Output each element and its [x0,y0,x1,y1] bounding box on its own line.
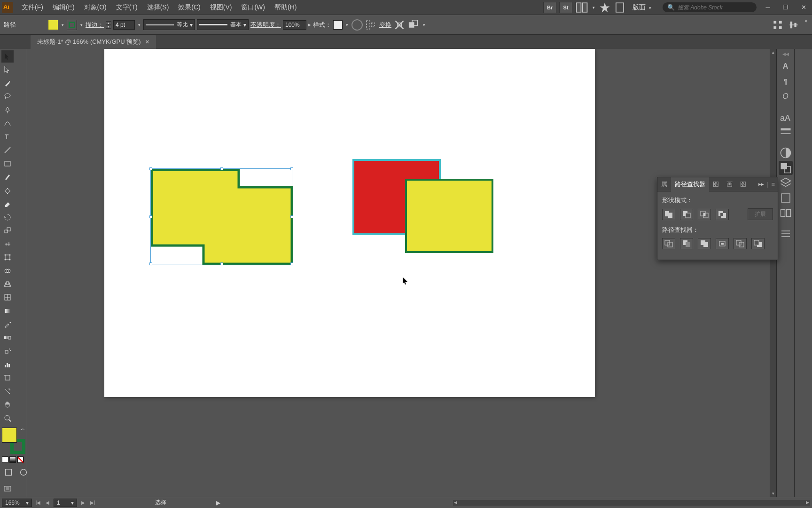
collapse-panel-icon[interactable]: ▸▸ [758,181,764,187]
zoom-tool[interactable] [1,412,14,424]
close-tab-icon[interactable]: × [146,38,149,46]
slice-tool[interactable] [1,385,14,397]
menu-view[interactable]: 视图(V) [205,0,237,15]
menu-type[interactable]: 文字(T) [111,0,142,15]
variable-width-profile[interactable]: 等比▾ [143,19,195,30]
menu-file[interactable]: 文件(F) [17,0,48,15]
exclude-button[interactable] [716,209,729,220]
brushes-tab[interactable]: 画 [723,177,736,191]
arrange-icon[interactable] [407,19,420,31]
hscroll-right-icon[interactable]: ▶ [806,500,809,505]
menu-object[interactable]: 对象(O) [79,0,111,15]
restore-button[interactable]: ❐ [779,3,792,12]
menu-select[interactable]: 选择(S) [142,0,174,15]
yellow-rectangle[interactable] [405,179,493,253]
close-button[interactable]: ✕ [797,3,810,12]
menu-window[interactable]: 窗口(W) [236,0,270,15]
expand-button[interactable]: 扩展 [748,208,773,220]
snap-pixel-icon[interactable] [772,19,784,31]
selection-tool[interactable] [1,50,14,63]
character-panel-icon[interactable]: A [779,59,793,73]
links-panel-icon[interactable] [779,206,793,220]
free-transform-tool[interactable] [1,251,14,263]
shape-builder-tool[interactable] [1,265,14,277]
line-tool[interactable] [1,144,14,156]
vertical-scrollbar[interactable]: ▴ ▾ [770,49,776,497]
rectangle-tool[interactable] [1,158,14,170]
minus-back-button[interactable] [751,238,765,249]
pathfinder-tab[interactable]: 路径查找器 [671,177,709,191]
minimize-button[interactable]: ─ [761,3,774,12]
menu-help[interactable]: 帮助(H) [270,0,301,15]
fill-stroke-indicator[interactable]: ⤺ [2,428,25,454]
divide-button[interactable] [662,238,675,249]
width-tool[interactable] [1,238,14,250]
hand-tool[interactable] [1,398,14,411]
scroll-up-icon[interactable]: ▴ [770,49,776,56]
prev-artboard-icon[interactable]: ◀ [44,500,51,506]
fill-swatch[interactable] [48,20,58,30]
rotate-tool[interactable] [1,211,14,223]
pathfinder-panel-icon[interactable] [779,161,793,175]
opacity-label[interactable]: 不透明度： [250,21,281,29]
stroke-swatch[interactable] [67,20,77,30]
stroke-panel-label[interactable]: 描边： [86,21,104,29]
color-mode-none[interactable] [17,456,23,463]
stroke-weight-spinner[interactable]: ▴▾ [106,21,111,29]
transform-label[interactable]: 变换 [379,21,391,29]
paintbrush-tool[interactable] [1,171,14,183]
stock-search-input[interactable] [678,4,752,11]
unite-button[interactable] [662,209,675,220]
change-screen-mode[interactable] [1,483,14,495]
intersect-button[interactable] [698,209,711,220]
align-objects-icon[interactable] [788,19,800,31]
document-setup-icon[interactable] [614,1,626,14]
swap-fill-stroke-icon[interactable]: ⤺ [21,427,24,432]
libraries-panel-icon[interactable] [779,227,793,241]
hscroll-left-icon[interactable]: ◀ [454,500,457,505]
stroke-weight-dropdown-icon[interactable]: ▾ [137,23,141,27]
eraser-tool[interactable] [1,198,14,210]
minus-front-button[interactable] [680,209,693,220]
scale-tool[interactable] [1,224,14,237]
color-panel-icon[interactable] [779,146,793,160]
arrange-dropdown-icon[interactable]: ▾ [591,5,596,10]
type-tool[interactable]: T [1,131,14,143]
fill-color-box[interactable] [2,428,17,443]
stock-search[interactable]: 🔍 [663,2,757,12]
zoom-level[interactable]: 166%▾ [2,499,32,507]
magic-wand-tool[interactable] [1,77,14,89]
menu-effect[interactable]: 效果(C) [173,0,205,15]
brush-definition[interactable]: 基本▾ [197,19,249,30]
mesh-tool[interactable] [1,291,14,303]
graphic-styles-tab[interactable]: 图 [709,177,723,191]
last-artboard-icon[interactable]: ▶| [89,500,96,506]
outline-button[interactable] [734,238,747,249]
gradient-tool[interactable] [1,305,14,317]
symbols-tab[interactable]: 图 [736,177,750,191]
glyphs-panel-icon[interactable]: aA [779,110,793,124]
panel-menu-icon[interactable]: ≡ [771,181,775,188]
column-graph-tool[interactable] [1,358,14,371]
eyedropper-tool[interactable] [1,318,14,330]
shaper-tool[interactable] [1,184,14,197]
canvas-area[interactable]: ▴ ▾ [27,49,776,497]
first-artboard-icon[interactable]: |◀ [35,500,41,506]
opacity-input[interactable] [283,20,306,30]
menu-edit[interactable]: 编辑(E) [48,0,79,15]
blend-tool[interactable] [1,332,14,344]
perspective-grid-tool[interactable] [1,278,14,290]
merged-yellow-shape[interactable] [150,168,293,265]
horizontal-scrollbar[interactable]: ◀ ▶ [453,500,810,506]
merge-button[interactable] [698,238,711,249]
stroke-weight-input[interactable] [113,20,135,30]
fill-dropdown-icon[interactable]: ▾ [60,23,65,27]
artboard-nav[interactable]: 1▾ [54,499,77,507]
style-dropdown-icon[interactable]: ▾ [344,23,349,27]
opentype-panel-icon[interactable]: O [779,89,793,103]
paragraph-panel-icon[interactable]: ¶ [779,74,793,88]
arrange-docs-button[interactable] [575,2,588,13]
next-artboard-icon[interactable]: ▶ [80,500,86,506]
opacity-slider-icon[interactable]: ▸ [308,22,311,28]
arrange-dropdown2-icon[interactable]: ▾ [422,23,426,27]
